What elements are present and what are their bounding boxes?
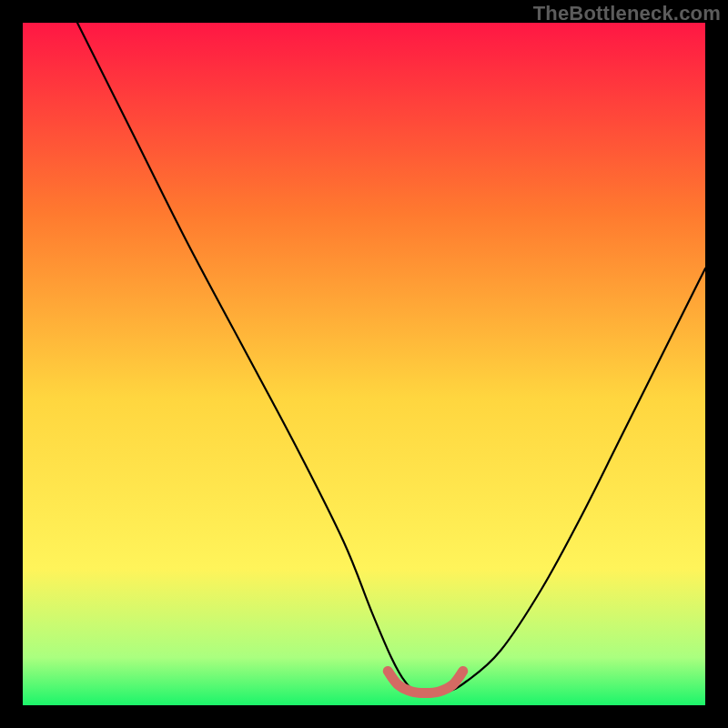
chart-svg: [23, 23, 705, 705]
plot-area: [23, 23, 705, 705]
gradient-background: [23, 23, 705, 705]
watermark-text: TheBottleneck.com: [533, 2, 721, 25]
chart-frame: TheBottleneck.com: [0, 0, 728, 728]
